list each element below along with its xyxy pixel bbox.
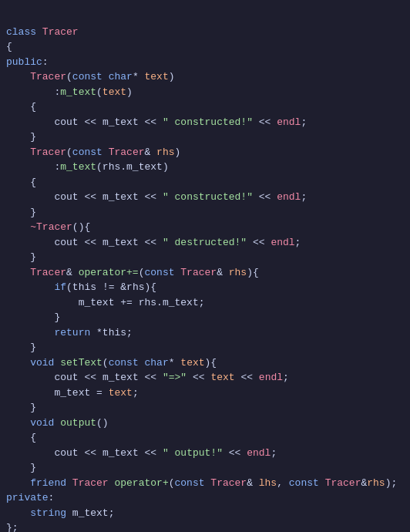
code-block: class Tracer { public: Tracer(const char… <box>0 6 410 532</box>
func-tracer-2: Tracer <box>30 146 66 158</box>
keyword-private: private <box>6 492 49 503</box>
keyword-public: public <box>6 56 42 68</box>
keyword-class: class <box>6 26 36 38</box>
classname-tracer: Tracer <box>42 26 79 38</box>
func-tracer-1: Tracer <box>30 71 66 82</box>
